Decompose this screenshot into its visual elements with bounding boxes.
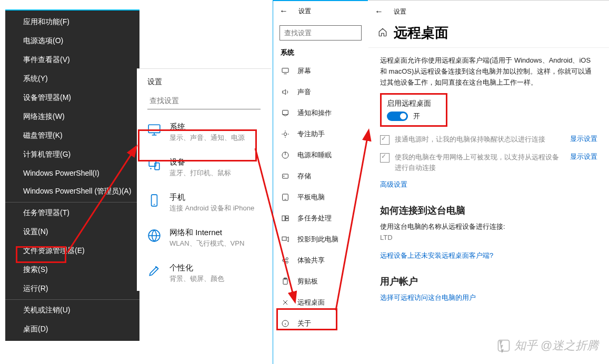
sidebar-item-notify[interactable]: 通知和操作 [273,103,368,124]
cm-search[interactable]: 搜索(S) [5,260,139,279]
globe-icon [147,229,161,242]
category-phone-title: 手机 [169,193,254,203]
cm-desktop[interactable]: 桌面(D) [5,320,139,339]
sidebar-item-power[interactable]: 电源和睡眠 [273,145,368,166]
svg-rect-21 [286,216,288,218]
category-phone[interactable]: 手机 连接 Android 设备和 iPhone [137,185,271,220]
rd-advanced-link[interactable]: 高级设置 [380,180,407,189]
rd-how-connect-title: 如何连接到这台电脑 [380,204,597,217]
cm-apps-features[interactable]: 应用和功能(F) [5,13,139,32]
rd-show-settings-link-1[interactable]: 显示设置 [570,134,597,144]
sidebar-item-label: 体验共享 [297,256,325,265]
cm-task-manager[interactable]: 任务管理器(T) [5,204,139,223]
sidebar-item-label: 专注助手 [297,129,325,139]
rd-no-client-link[interactable]: 远程设备上还未安装远程桌面客户端? [380,251,493,260]
sidebar-item-label: 声音 [297,87,311,97]
devices-icon [147,158,161,172]
rd-enable-label: 启用远程桌面 [387,99,431,108]
checkbox-keep-awake[interactable] [380,135,390,145]
phone-icon [147,194,161,207]
svg-rect-20 [282,216,285,220]
toggle-switch-icon [387,112,408,121]
svg-rect-0 [148,125,160,133]
svg-rect-12 [283,110,288,115]
multitask-icon [281,214,290,223]
sidebar-item-tablet[interactable]: 平板电脑 [273,187,368,208]
sidebar-item-about[interactable]: 关于 [273,313,368,334]
winx-context-menu: 应用和功能(F) 电源选项(O) 事件查看器(V) 系统(Y) 设备管理器(M)… [5,9,139,341]
cm-separator-2 [5,299,139,300]
cm-event-viewer[interactable]: 事件查看器(V) [5,50,139,69]
sound-icon [281,87,290,97]
rd-toggle-state: 开 [413,112,420,121]
cm-powershell[interactable]: Windows PowerShell(I) [5,164,139,182]
sidebar-item-remote[interactable]: 远程桌面 [273,292,368,313]
rd-user-account-link[interactable]: 选择可远程访问这台电脑的用户 [380,293,476,302]
notify-icon [281,108,290,118]
tablet-icon [281,193,290,202]
rd-discoverable-row: 使我的电脑在专用网络上可被发现，以支持从远程设备进行自动连接 显示设置 [380,152,597,173]
cm-power-options[interactable]: 电源选项(O) [5,32,139,50]
sidebar-item-storage[interactable]: 存储 [273,166,368,187]
svg-point-13 [284,133,286,135]
project-icon [281,235,290,244]
sidebar-item-label: 远程桌面 [297,298,325,307]
category-phone-subtitle: 连接 Android 设备和 iPhone [169,204,254,213]
shared-icon [281,256,290,265]
power-icon [281,150,290,160]
sidebar-item-multitask[interactable]: 多任务处理 [273,208,368,229]
system-search-input[interactable] [279,25,362,41]
category-system[interactable]: 系统 显示、声音、通知、电源 [137,115,271,150]
home-icon[interactable] [378,27,387,38]
rd-page-title: 远程桌面 [394,24,448,42]
svg-rect-10 [282,68,288,73]
category-network-title: 网络和 Internet [169,228,244,238]
sidebar-item-label: 剪贴板 [297,277,318,286]
cm-settings[interactable]: 设置(N) [5,223,139,241]
sidebar-item-sound[interactable]: 声音 [273,82,368,103]
sidebar-item-display[interactable]: 屏幕 [273,60,368,82]
checkbox-discoverable[interactable] [380,153,390,163]
category-personalization[interactable]: 个性化 背景、锁屏、颜色 [137,256,271,291]
settings-home-panel: 设置 系统 显示、声音、通知、电源 设备 蓝牙、打印机、鼠标 手机 连接 And… [137,68,271,291]
rd-title-row: 远程桌面 [368,21,609,48]
category-devices-title: 设备 [169,157,231,167]
cm-shutdown[interactable]: 关机或注销(U) [5,301,139,320]
cm-system[interactable]: 系统(Y) [5,69,139,88]
rd-how-connect-desc: 使用这台电脑的名称从远程设备进行连接: [380,222,597,231]
sidebar-item-label: 平板电脑 [297,193,325,202]
category-personalization-title: 个性化 [169,263,224,273]
sidebar-item-shared[interactable]: 体验共享 [273,250,368,271]
sidebar-item-label: 存储 [297,171,311,181]
sidebar-item-label: 屏幕 [297,66,311,76]
svg-rect-22 [286,219,288,221]
rd-enable-toggle[interactable]: 开 [387,112,431,121]
rd-header: ← 设置 [368,3,609,21]
system-sidebar-header: ← 设置 [273,1,368,21]
cm-disk-management[interactable]: 磁盘管理(K) [5,126,139,145]
system-sidebar-panel: ← 设置 系统 屏幕声音通知和操作专注助手电源和睡眠存储平板电脑多任务处理投影到… [273,0,368,364]
category-network-subtitle: WLAN、飞行模式、VPN [169,239,244,248]
category-network[interactable]: 网络和 Internet WLAN、飞行模式、VPN [137,220,271,256]
sidebar-item-clipboard[interactable]: 剪贴板 [273,271,368,292]
cm-file-explorer[interactable]: 文件资源管理器(E) [5,241,139,260]
cm-computer-management[interactable]: 计算机管理(G) [5,145,139,164]
sidebar-item-focus[interactable]: 专注助手 [273,124,368,145]
cm-separator [5,202,139,203]
category-devices-subtitle: 蓝牙、打印机、鼠标 [169,168,231,178]
svg-point-5 [151,168,151,169]
cm-powershell-admin[interactable]: Windows PowerShell (管理员)(A) [5,182,139,201]
back-button[interactable]: ← [279,6,288,16]
rd-show-settings-link-2[interactable]: 显示设置 [570,152,597,161]
cm-network-connections[interactable]: 网络连接(W) [5,107,139,126]
sidebar-item-label: 关于 [297,319,311,328]
focus-icon [281,129,290,139]
cm-device-manager[interactable]: 设备管理器(M) [5,88,139,107]
remote-desktop-panel: ← 设置 远程桌面 远程桌面允许你使用远程桌面客户端(适用于 Windows、A… [368,0,609,364]
rd-back-button[interactable]: ← [375,7,383,16]
settings-search-input[interactable] [147,92,261,109]
cm-run[interactable]: 运行(R) [5,279,139,298]
category-devices[interactable]: 设备 蓝牙、打印机、鼠标 [137,150,271,185]
sidebar-item-project[interactable]: 投影到此电脑 [273,229,368,250]
rd-header-title: 设置 [394,7,406,16]
